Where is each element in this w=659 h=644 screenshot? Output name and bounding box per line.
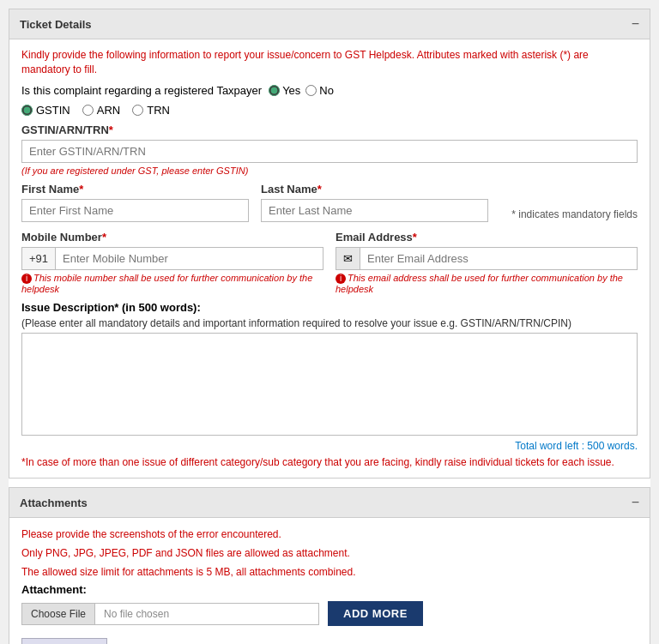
mobile-email-row: Mobile Number* +91 iThis mobile number s…: [21, 231, 638, 294]
gstin-field-label: GSTIN/ARN/TRN*: [21, 123, 638, 136]
mobile-input-wrapper: +91: [21, 247, 323, 270]
taxpayer-question-row: Is this complaint regarding a registered…: [21, 84, 638, 97]
arn-radio[interactable]: [82, 105, 94, 116]
gstin-hint: (If you are registered under GST, please…: [21, 166, 638, 176]
add-more-button[interactable]: ADD MORE: [328, 601, 423, 626]
email-input[interactable]: [360, 248, 637, 269]
gstin-input[interactable]: [21, 140, 638, 163]
email-hint: iThis email address shall be used for fu…: [336, 273, 638, 294]
email-col: Email Address* ✉ iThis email address sha…: [336, 231, 638, 294]
no-radio-label[interactable]: No: [305, 84, 334, 97]
first-name-label: First Name*: [21, 183, 249, 196]
trn-radio-label[interactable]: TRN: [132, 104, 170, 117]
captcha-lines: [22, 639, 106, 644]
gstin-radio-label[interactable]: GSTIN: [21, 104, 70, 117]
mandatory-note: * indicates mandatory fields: [500, 183, 638, 220]
file-input-wrapper: Choose File No file chosen: [21, 603, 319, 625]
multi-issue-note: *In case of more than one issue of diffe…: [21, 455, 638, 470]
last-name-label: Last Name*: [261, 183, 488, 196]
att-label: Attachment:: [21, 583, 638, 596]
arn-radio-text: ARN: [97, 104, 120, 117]
yes-label: Yes: [282, 84, 300, 97]
captcha-section: ho20N Enter the code above here : Can't …: [21, 638, 638, 644]
last-name-col: Last Name*: [261, 183, 488, 222]
mobile-col: Mobile Number* +91 iThis mobile number s…: [21, 231, 323, 294]
att-info1: Please provide the screenshots of the er…: [21, 527, 638, 542]
captcha-image-wrapper: ho20N: [21, 638, 638, 644]
no-radio[interactable]: [305, 85, 317, 96]
taxpayer-radio-group: Yes No: [269, 84, 334, 97]
first-name-input[interactable]: [21, 199, 249, 222]
info-text: Kindly provide the following information…: [21, 48, 638, 77]
email-icon: ✉: [336, 248, 360, 269]
collapse-icon[interactable]: −: [632, 16, 639, 32]
attachments-body: Please provide the screenshots of the er…: [9, 518, 650, 644]
issue-textarea[interactable]: [21, 333, 638, 436]
file-name-display: No file chosen: [95, 604, 318, 624]
mobile-input[interactable]: [56, 248, 323, 269]
issue-description-section: Issue Description* (in 500 words): (Plea…: [21, 301, 638, 470]
captcha-image: ho20N: [21, 638, 107, 644]
choose-file-button[interactable]: Choose File: [22, 604, 95, 624]
att-info2: Only PNG, JPG, JPEG, PDF and JSON files …: [21, 545, 638, 561]
gstin-radio[interactable]: [21, 105, 33, 116]
no-label: No: [319, 84, 334, 97]
attachments-section: Attachments − Please provide the screens…: [9, 487, 650, 644]
info-icon: i: [21, 274, 32, 284]
issue-label: Issue Description* (in 500 words):: [21, 301, 638, 314]
taxpayer-question-label: Is this complaint regarding a registered…: [21, 84, 262, 97]
word-count: Total word left : 500 words.: [21, 440, 638, 452]
gstin-radio-text: GSTIN: [36, 104, 70, 117]
info-icon-email: i: [336, 274, 346, 284]
attachments-title: Attachments: [20, 497, 88, 509]
att-info3: The allowed size limit for attachments i…: [21, 564, 638, 580]
mobile-hint: iThis mobile number shall be used for fu…: [21, 273, 323, 294]
ticket-details-title: Ticket Details: [20, 18, 92, 31]
email-label: Email Address*: [336, 231, 638, 244]
mandatory-note-col: * indicates mandatory fields: [500, 183, 638, 220]
att-row: Choose File No file chosen ADD MORE: [21, 601, 638, 626]
yes-radio[interactable]: [269, 85, 280, 96]
attachments-collapse-icon[interactable]: −: [632, 495, 639, 510]
ticket-details-body: Kindly provide the following information…: [9, 39, 650, 478]
trn-radio[interactable]: [132, 105, 143, 116]
attachments-header: Attachments −: [9, 487, 650, 518]
arn-radio-label[interactable]: ARN: [82, 104, 120, 117]
trn-radio-text: TRN: [147, 104, 170, 117]
email-input-wrapper: ✉: [336, 247, 638, 270]
last-name-input[interactable]: [261, 199, 488, 222]
mobile-prefix: +91: [22, 248, 56, 269]
first-name-col: First Name*: [21, 183, 249, 222]
ticket-details-header: Ticket Details −: [9, 9, 650, 39]
gstin-field-row: GSTIN/ARN/TRN* (If you are registered un…: [21, 123, 638, 176]
gstin-arn-trn-radio-row: GSTIN ARN TRN: [21, 104, 638, 117]
name-mandatory-row: First Name* Last Name* * indicates manda…: [21, 183, 638, 222]
yes-radio-label[interactable]: Yes: [269, 84, 300, 97]
mobile-label: Mobile Number*: [21, 231, 323, 244]
issue-hint: (Please enter all mandatory details and …: [21, 317, 638, 329]
